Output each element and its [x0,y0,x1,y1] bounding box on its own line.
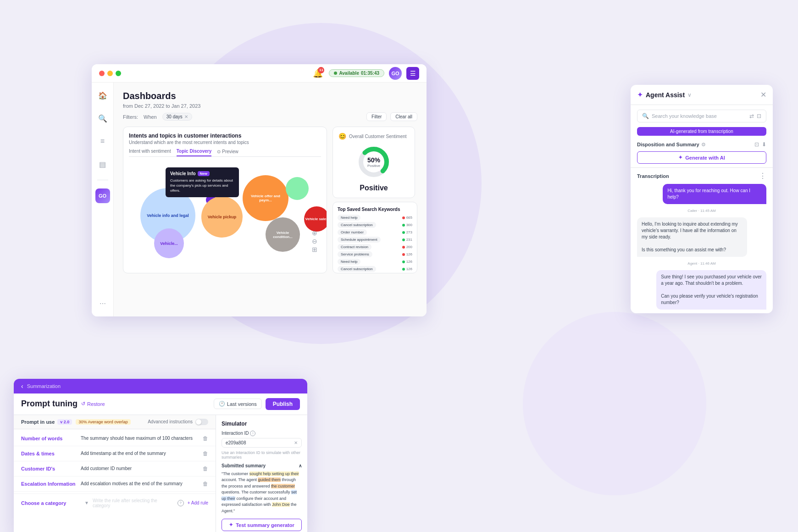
keyword-count: 273 [402,230,412,234]
status-dot [334,72,337,75]
zoom-in-icon[interactable]: ⊕ [312,229,317,237]
avatar[interactable]: GO [389,67,402,80]
disposition-section: Disposition and Summary ⚙ ⊡ ⬇ ✦ Generate… [631,139,773,168]
sum-body: Prompt in use v 2.0 30% Average word ove… [14,415,307,532]
keyword-chip[interactable]: Need help [338,215,360,221]
keyword-row: Cancel subscription 300 [338,222,412,228]
disposition-title: Disposition and Summary [637,142,699,147]
timestamp-1: Caller · 11:45 AM [637,209,766,213]
keyword-chip[interactable]: Service problems [338,251,372,257]
collapse-icon[interactable]: ∧ [299,463,302,468]
filter-button[interactable]: Filter [366,112,387,121]
sidebar-divider [97,180,108,180]
keyword-chip[interactable]: Cancel subscription [338,266,376,272]
field-value-customer-ids: Add customer ID number [81,466,203,471]
minimize-button[interactable] [107,71,113,76]
bubble-green[interactable] [286,177,309,200]
keyword-chip[interactable]: Cancel subscription [338,222,376,228]
sidebar-grid-icon[interactable]: ⋯ [100,300,106,307]
tab-preview[interactable]: ⊙ Preview [217,149,238,156]
sidebar-item-search[interactable]: 🔍 [95,111,110,126]
filter-chip-days[interactable]: 30 days ✕ [162,113,192,121]
field-delete-icon-customer-ids[interactable]: 🗑 [203,466,208,472]
zoom-out-icon[interactable]: ⊖ [312,238,317,245]
bubble-vehicle-dots[interactable]: Vehicle... [154,228,184,258]
bubble-vehicle-condition[interactable]: Vehicle condition... [266,217,300,252]
gear-icon[interactable]: ⚙ [701,142,706,148]
overlap-badge: 30% Average word overlap [76,419,130,425]
message-1-agent: Hi, thank you for reaching out. How can … [663,184,766,204]
sidebar-avatar[interactable]: GO [95,188,110,203]
titlebar-right: 🔔 11 Available 01:35:43 GO ☰ [311,67,419,80]
chat-messages: Hi, thank you for reaching out. How can … [637,184,766,310]
keyword-dot [402,231,405,234]
right-column: 😊 Overall Customer Sentiment 50% Po [332,127,417,273]
keyword-count: 231 [402,238,412,242]
advanced-instructions-toggle[interactable]: Advanced instructions [148,419,208,425]
clear-all-button[interactable]: Clear all [390,112,417,121]
bubble-vehicle-pickup[interactable]: Vehicle pickup [201,196,243,238]
toggle-switch[interactable] [195,419,208,425]
keyword-chip[interactable]: Order number [338,229,367,235]
keywords-title: Top Saved Search Keywords [338,207,412,212]
prompt-tuning-title: Prompt tuning [21,399,78,409]
keyword-chip[interactable]: Need help [338,259,360,265]
publish-button[interactable]: Publish [266,398,300,410]
copy-disposition-icon[interactable]: ⊡ [754,141,759,148]
help-icon: ? [177,500,184,506]
donut-chart: 50% Positive [355,144,392,180]
category-chevron-icon[interactable]: ▼ [84,500,89,505]
keyword-dot [402,253,405,256]
bubble-vehicle-sales[interactable]: Vehicle sales [304,206,327,232]
notification-badge[interactable]: 🔔 11 [311,67,324,80]
keywords-list: Need help 665 Cancel subscription 300 Or… [338,215,412,273]
filter-remove-icon[interactable]: ✕ [184,114,188,119]
category-input[interactable]: Write the rule after selecting the categ… [93,498,174,508]
agent-chevron-icon[interactable]: ∨ [687,92,692,98]
field-delete-icon-words[interactable]: 🗑 [203,435,208,442]
keyword-chip[interactable]: Schedule appointment [338,237,381,243]
keywords-card: Top Saved Search Keywords Need help 665 … [332,202,417,273]
sum-back-arrow[interactable]: ‹ [21,382,23,390]
version-badge: v 2.0 [57,419,72,425]
field-delete-icon-escalation[interactable]: 🗑 [203,481,208,487]
agent-close-button[interactable]: ✕ [760,90,766,99]
sentiment-title: Overall Customer Sentiment [349,134,407,139]
tooltip-title: Vehicle Info New [170,171,234,176]
field-escalation: Escalation Information Add escalation mo… [14,477,216,492]
agent-search[interactable]: 🔍 Search your knowledge base ⇄ ⊡ [637,110,766,122]
close-button[interactable] [99,71,105,76]
agent-title-row: ✦ Agent Assist ∨ [637,90,692,99]
sidebar-item-table[interactable]: ▤ [95,157,110,172]
transfer-icon[interactable]: ⇄ [749,113,754,119]
copy-icon[interactable]: ⊡ [757,113,761,119]
save-disposition-icon[interactable]: ⬇ [762,141,766,148]
field-name-words: Number of words [21,436,81,441]
keyword-count: 200 [402,245,412,249]
last-versions-button[interactable]: 🕐 Last versions [214,399,262,409]
intents-card-title: Intents and topics in customer interacti… [129,133,321,139]
test-summary-button[interactable]: ✦ ✦ Test summary generator Test summary … [222,519,302,531]
menu-icon[interactable]: ☰ [406,67,419,80]
tab-intent-sentiment[interactable]: Intent with sentiment [129,149,171,156]
interaction-id-input[interactable]: e209a808 ✕ [222,438,302,448]
field-dates-times: Dates & times Add timestamp at the end o… [14,446,216,461]
transcription-title: Transcription [637,173,669,179]
expand-icon[interactable]: ⊞ [312,246,317,253]
transcription-menu-icon[interactable]: ⋮ [759,172,766,180]
restore-button[interactable]: ↺ Restore [81,401,105,407]
interaction-id-clear[interactable]: ✕ [294,440,298,445]
timestamp-2: Agent · 11:46 AM [637,261,766,266]
maximize-button[interactable] [116,71,121,76]
generate-ai-button[interactable]: ✦ Generate with AI [637,151,766,164]
date-range: from Dec 27, 2022 to Jan 27, 2023 [123,103,417,109]
sidebar-item-home[interactable]: 🏠 [95,88,110,103]
add-rule-button[interactable]: + Add rule [188,500,208,505]
bubble-vehicle-offer[interactable]: Vehicle offer and paym... [243,175,288,221]
keyword-dot [402,246,405,249]
tab-topic-discovery[interactable]: Topic Discovery [177,149,212,156]
sidebar-item-list[interactable]: ≡ [95,134,110,149]
summarization-panel: ‹ Summarization Prompt tuning ↺ Restore … [14,379,307,532]
field-delete-icon-dates[interactable]: 🗑 [203,450,208,457]
keyword-chip[interactable]: Contract revision [338,244,371,250]
